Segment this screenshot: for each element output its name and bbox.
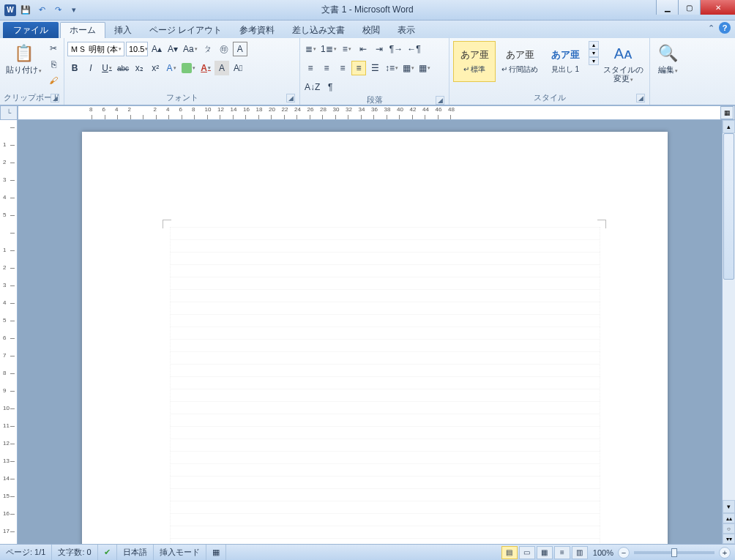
enclose-chars-button[interactable]: ㊞ [217,42,231,56]
scroll-thumb[interactable] [723,133,734,280]
document-viewport[interactable] [18,120,722,544]
minimize-ribbon-button[interactable]: ⌃ [708,23,715,33]
zoom-in-button[interactable]: + [719,547,731,559]
line-spacing-button[interactable]: ↕≡ [384,61,400,75]
zoom-slider[interactable] [634,551,715,554]
window-close-button[interactable]: ✕ [700,0,735,15]
tab-selector[interactable]: └ [0,105,18,120]
document-page[interactable] [82,132,668,544]
text-effects-button[interactable]: A [164,61,179,75]
copy-button[interactable]: ⎘ [46,57,61,72]
char-shading-button[interactable]: A [214,61,229,75]
show-marks-button[interactable]: ¶ [323,80,337,94]
status-insert-mode[interactable]: 挿入モード [154,545,206,560]
tab-insert[interactable]: 挿入 [105,22,141,38]
vertical-ruler[interactable]: 123451234567891011121314151617 [0,120,18,544]
change-case-button[interactable]: Aa [182,42,199,56]
italic-button[interactable]: I [83,61,98,75]
tab-review[interactable]: 校閲 [354,22,389,38]
enclose-mask-button[interactable]: A⃝ [231,61,245,75]
sort-button[interactable]: A↓Z [303,80,321,94]
char-border-button[interactable]: A [233,42,247,56]
styles-launcher[interactable]: ◢ [636,94,645,102]
strikethrough-button[interactable]: abc [116,61,130,75]
qat-customize[interactable]: ▾ [67,4,81,17]
scroll-down-button[interactable]: ▾ [723,500,735,513]
grow-font-button[interactable]: A▴ [149,42,164,56]
window-minimize-button[interactable]: ▁ [656,0,678,15]
paragraph-launcher[interactable]: ◢ [436,96,444,105]
clipboard-launcher[interactable]: ◢ [51,94,59,102]
numbering-button[interactable]: 1≣ [319,42,338,56]
rtl-button[interactable]: ←¶ [406,42,422,56]
bold-button[interactable]: B [67,61,82,75]
qat-undo[interactable]: ↶ [35,4,48,17]
next-page-button[interactable]: ▾▾ [723,534,735,544]
tab-home[interactable]: ホーム [60,22,105,38]
paste-button[interactable]: 📋 貼り付け [3,40,45,76]
view-full-screen[interactable]: ▭ [519,546,535,559]
style-no-spacing[interactable]: あア亜 ↵ 行間詰め [499,41,541,82]
font-launcher[interactable]: ◢ [286,94,295,102]
tab-file[interactable]: ファイル [3,22,59,38]
view-outline[interactable]: ≡ [554,546,570,559]
align-right-button[interactable]: ≡ [335,61,350,75]
horizontal-ruler[interactable]: 8642246810121416182022242628303234363840… [18,105,735,120]
borders-button[interactable]: ▦ [417,61,432,75]
ltr-button[interactable]: ¶→ [388,42,404,56]
view-print-layout[interactable]: ▤ [501,546,518,559]
window-maximize-button[interactable]: ▢ [678,0,700,15]
distribute-button[interactable]: ☰ [368,61,382,75]
tab-page-layout[interactable]: ページ レイアウト [141,22,231,38]
scroll-up-button[interactable]: ▴ [723,120,735,133]
phonetic-guide-button[interactable]: ㄆ [201,42,215,56]
style-heading1[interactable]: あア亜 見出し 1 [544,41,586,82]
zoom-level[interactable]: 100% [589,548,618,557]
shrink-font-button[interactable]: A▾ [165,42,180,56]
justify-button[interactable]: ≡ [351,61,366,75]
multilevel-list-button[interactable]: ≡ [340,42,354,56]
style-scroll-up[interactable]: ▴ [589,41,599,49]
help-button[interactable]: ? [719,22,731,34]
view-web-layout[interactable]: ▦ [537,546,553,559]
status-proofing[interactable]: ✔ [98,545,117,560]
status-page[interactable]: ページ: 1/1 [0,545,52,560]
font-name-combo[interactable]: ＭＳ 明朝 (本 [67,42,124,56]
style-more[interactable]: ▾ [589,57,599,65]
subscript-button[interactable]: x₂ [132,61,146,75]
font-size-combo[interactable]: 10.5 [126,42,148,56]
align-center-button[interactable]: ≡ [319,61,334,75]
status-language[interactable]: 日本語 [117,545,154,560]
view-draft[interactable]: ▥ [572,546,588,559]
style-scroll-down[interactable]: ▾ [589,49,599,57]
find-button[interactable]: 🔍 編集 [653,40,682,76]
ruler-toggle-button[interactable]: ▦ [720,106,734,119]
tab-mailings[interactable]: 差し込み文書 [283,22,354,38]
scroll-track[interactable] [723,133,735,500]
qat-save[interactable]: 💾 [19,4,32,17]
style-normal[interactable]: あア亜 ↵ 標準 [453,41,496,82]
select-browse-object-button[interactable]: ○ [723,523,735,534]
status-macro[interactable]: ▦ [206,545,226,560]
zoom-out-button[interactable]: − [618,547,630,559]
decrease-indent-button[interactable]: ⇤ [356,42,370,56]
cut-button[interactable]: ✂ [46,41,61,56]
align-left-button[interactable]: ≡ [303,61,318,75]
highlight-button[interactable] [180,61,197,75]
shading-button[interactable]: ▦ [401,61,416,75]
underline-button[interactable]: U [100,61,114,75]
group-paragraph-label: 段落◢ [303,95,446,105]
increase-indent-button[interactable]: ⇥ [372,42,387,56]
change-styles-button[interactable]: Aᴀ スタイルの 変更 [600,40,646,84]
tab-view[interactable]: 表示 [389,22,424,38]
group-font-label: フォント◢ [67,93,296,105]
font-color-button[interactable]: A [198,61,213,75]
superscript-button[interactable]: x² [148,61,163,75]
status-word-count[interactable]: 文字数: 0 [52,545,97,560]
previous-page-button[interactable]: ▴▴ [723,513,735,523]
bullets-button[interactable]: ≣ [303,42,318,56]
tab-references[interactable]: 参考資料 [231,22,283,38]
qat-redo[interactable]: ↷ [51,4,64,17]
format-painter-button[interactable]: 🖌 [46,73,61,88]
zoom-slider-thumb[interactable] [671,548,677,557]
